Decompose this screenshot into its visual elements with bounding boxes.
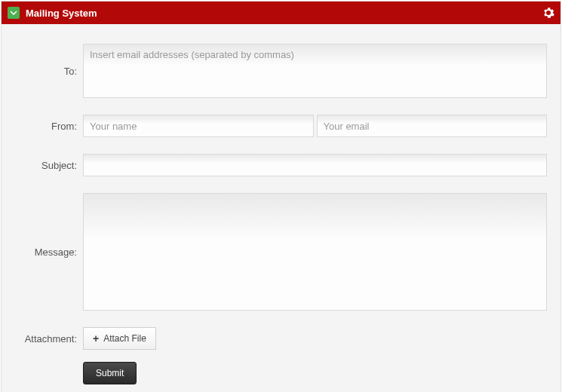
mailing-panel: Mailing System To: From: Subject: [1,1,561,392]
subject-input[interactable] [83,154,547,176]
panel-title: Mailing System [26,8,542,19]
message-input[interactable] [83,193,547,311]
gear-icon [542,7,554,19]
row-from: From: [15,115,547,137]
label-to: To: [15,44,83,98]
row-subject: Subject: [15,154,547,176]
row-submit: Submit [15,362,547,384]
label-from: From: [15,115,83,137]
row-to: To: [15,44,547,98]
attach-file-label: Attach File [103,333,146,344]
label-subject: Subject: [15,154,83,176]
submit-button[interactable]: Submit [83,362,137,384]
row-attachment: Attachment: + Attach File [15,327,547,350]
svg-point-0 [547,11,550,14]
row-message: Message: [15,193,547,311]
panel-body: To: From: Subject: Message: Att [2,24,560,392]
from-email-input[interactable] [317,115,548,137]
attach-file-button[interactable]: + Attach File [83,327,156,350]
collapse-button[interactable] [8,7,20,19]
from-name-input[interactable] [83,115,314,137]
label-message: Message: [15,193,83,311]
settings-button[interactable] [542,7,554,19]
plus-icon: + [93,333,99,344]
panel-header: Mailing System [2,2,560,24]
chevron-down-icon [10,11,17,15]
to-input[interactable] [83,44,547,98]
label-attachment: Attachment: [15,327,83,350]
